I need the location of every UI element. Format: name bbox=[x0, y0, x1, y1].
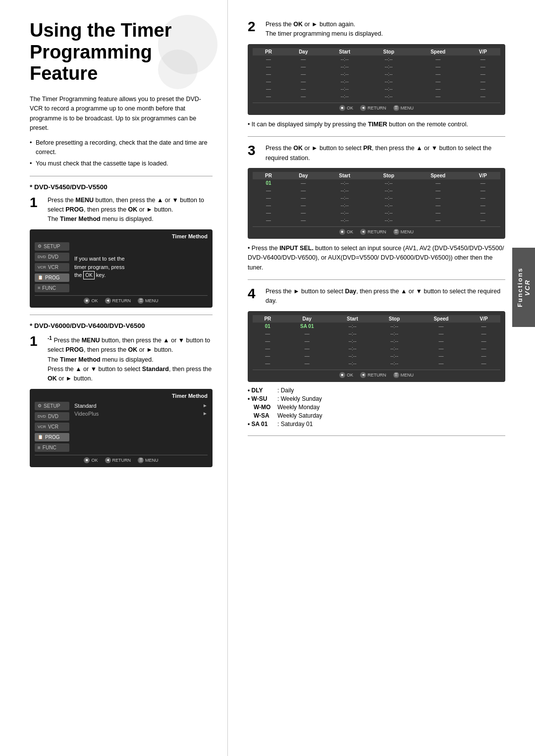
pr-cell: — bbox=[284, 63, 322, 70]
standard-menu-box: Timer Method ⚙SETUP DVDDVD VCRVCR 📋PROG bbox=[30, 389, 213, 467]
pr-cell: — bbox=[466, 85, 500, 93]
pr-cell: — bbox=[411, 93, 466, 100]
pr-cell: --:-- bbox=[367, 179, 411, 187]
pr-cell: --:-- bbox=[331, 330, 374, 337]
pr-cell: — bbox=[283, 345, 331, 352]
step1s2-press-text: Press the ▲ or ▼ button to select Standa… bbox=[48, 366, 212, 382]
pr-table-step2: PR Day Start Stop Speed V/P ——--:----:--… bbox=[248, 44, 505, 115]
pr-cell: — bbox=[466, 187, 500, 194]
step1-section1: 1 Press the MENU button, then press the … bbox=[30, 196, 213, 224]
footer-menu-t3: ☰ MENU bbox=[393, 229, 414, 235]
pr-cell: — bbox=[284, 85, 322, 93]
pr-cell: — bbox=[284, 209, 322, 216]
pr-cell: — bbox=[253, 63, 284, 70]
pr-cell: --:-- bbox=[374, 323, 415, 330]
footer-return-t4: ◄ RETURN bbox=[360, 372, 386, 378]
pr-th-speed: Speed bbox=[411, 48, 466, 55]
pr-cell: --:-- bbox=[322, 85, 367, 93]
section1-heading: * DVD-V5450/DVD-V5500 bbox=[30, 183, 213, 191]
pr-cell: — bbox=[467, 345, 500, 352]
pr-cell: --:-- bbox=[374, 330, 415, 337]
pr-cell: — bbox=[467, 330, 500, 337]
pr-th-vp: V/P bbox=[466, 48, 500, 55]
pr-cell: — bbox=[284, 93, 322, 100]
step2-content: Press the OK or ► button again. The time… bbox=[266, 20, 505, 39]
step3-container: 3 Press the OK or ► button to select PR,… bbox=[248, 144, 505, 163]
standard-menu-footer: ■ OK ◄ RETURN ☰ MENU bbox=[35, 455, 208, 463]
footer-menu-2: ☰ MENU bbox=[138, 457, 159, 463]
pr-cell: — bbox=[467, 352, 500, 360]
pr-cell: — bbox=[415, 330, 467, 337]
step1s2-timer-text: The Timer Method menu is displayed. bbox=[48, 356, 154, 363]
step1-ok-bold: OK bbox=[128, 206, 138, 213]
menu-item-prog-2: 📋PROG bbox=[35, 433, 69, 441]
standard-menu-content: Standard ► VideoPlus ► bbox=[69, 402, 208, 452]
pr-cell: — bbox=[283, 352, 331, 360]
pr-cell: — bbox=[253, 70, 284, 78]
pr-cell: --:-- bbox=[322, 55, 367, 63]
pr-table-3-footer: ■ OK ◄ RETURN ☰ MENU bbox=[253, 226, 500, 235]
pr-cell: — bbox=[284, 70, 322, 78]
pr-cell: — bbox=[466, 202, 500, 209]
pr-cell: --:-- bbox=[322, 187, 367, 194]
pr-cell: — bbox=[415, 345, 467, 352]
pr-cell: — bbox=[253, 194, 284, 202]
step2-container: 2 Press the OK or ► button again. The ti… bbox=[248, 20, 505, 39]
footer-menu-t2: ☰ MENU bbox=[393, 105, 414, 111]
timer-note: • It can be displayed simply by pressing… bbox=[248, 120, 505, 129]
step1s2-text1: Press the bbox=[54, 337, 81, 344]
pr-cell: --:-- bbox=[367, 187, 411, 194]
step1-num: 1 bbox=[30, 196, 44, 210]
pr-cell: — bbox=[284, 194, 322, 202]
pr-cell: — bbox=[284, 179, 322, 187]
pr-cell: — bbox=[253, 202, 284, 209]
pr-cell: --:-- bbox=[367, 194, 411, 202]
pr-cell: — bbox=[411, 187, 466, 194]
pr-cell: --:-- bbox=[331, 323, 374, 330]
step1-menu-bold: MENU bbox=[75, 197, 94, 204]
pr-cell: — bbox=[253, 55, 284, 63]
pr-cell: — bbox=[253, 360, 283, 367]
pr-table-2: PR Day Start Stop Speed V/P ——--:----:--… bbox=[253, 48, 500, 100]
pr-cell: — bbox=[411, 202, 466, 209]
pr-cell: — bbox=[467, 337, 500, 345]
pr-cell: --:-- bbox=[322, 93, 367, 100]
menu-item-func-2: ≡FUNC bbox=[35, 443, 69, 452]
pr-cell: — bbox=[466, 55, 500, 63]
day-legend-wsa: W-SA Weekly Saturday bbox=[248, 412, 505, 419]
pr-cell: — bbox=[253, 352, 283, 360]
footer-return-t3: ◄ RETURN bbox=[360, 229, 386, 235]
pr-cell: --:-- bbox=[367, 55, 411, 63]
step1-prog-bold: PROG bbox=[65, 206, 84, 213]
pr-cell: --:-- bbox=[331, 352, 374, 360]
pr-cell: 01 bbox=[253, 179, 284, 187]
pr-cell: --:-- bbox=[331, 360, 374, 367]
pr-cell: — bbox=[253, 85, 284, 93]
pr-cell: --:-- bbox=[322, 216, 367, 224]
pr-cell: — bbox=[467, 323, 500, 330]
pr-cell: --:-- bbox=[367, 209, 411, 216]
pr-table-step3: PRDayStartStopSpeedV/P 01—--:----:--————… bbox=[248, 168, 505, 239]
footer-menu-1: ☰ MENU bbox=[138, 298, 159, 304]
pr-cell: — bbox=[466, 179, 500, 187]
footer-return-2: ◄ RETURN bbox=[105, 457, 131, 463]
day-legend-wmo: W-MO Weekly Monday bbox=[248, 404, 505, 411]
step4-content: Press the ► button to select Day, then p… bbox=[266, 287, 505, 306]
menu-item-func-1: ≡FUNC bbox=[35, 284, 69, 292]
pr-cell: — bbox=[466, 93, 500, 100]
pr-cell: — bbox=[253, 78, 284, 85]
pr-cell: — bbox=[284, 187, 322, 194]
pr-cell: --:-- bbox=[322, 194, 367, 202]
pr-cell: — bbox=[467, 360, 500, 367]
menu-item-dvd-2: DVDDVD bbox=[35, 412, 69, 421]
pr-cell: — bbox=[415, 337, 467, 345]
pr-cell: — bbox=[466, 70, 500, 78]
step1s2-content: -1 Press the MENU button, then press the… bbox=[48, 334, 213, 384]
pr-cell: — bbox=[415, 352, 467, 360]
standard-menu-sidebar: ⚙SETUP DVDDVD VCRVCR 📋PROG ≡FUNC bbox=[35, 402, 69, 452]
footer-ok-t2: ■ OK bbox=[339, 105, 353, 111]
vcr-label: VCR bbox=[524, 279, 531, 295]
bullet-1: Before presetting a recording, check tha… bbox=[30, 138, 213, 158]
step3-content: Press the OK or ► button to select PR, t… bbox=[266, 144, 505, 163]
pr-cell: — bbox=[415, 360, 467, 367]
